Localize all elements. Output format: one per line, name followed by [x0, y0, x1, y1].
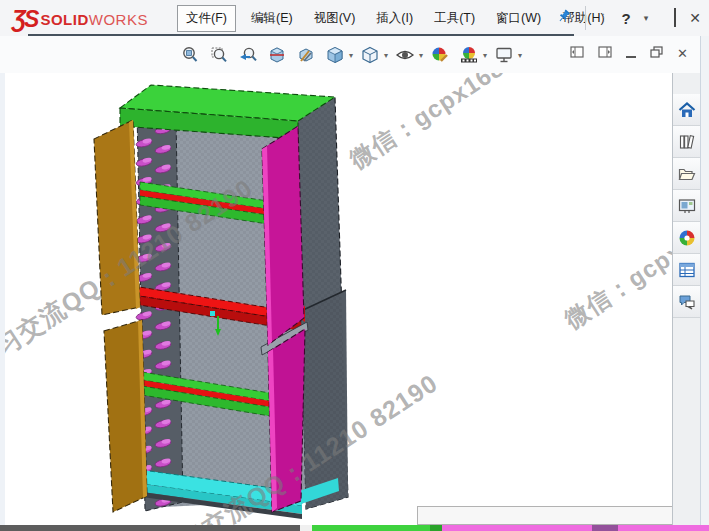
hide-show-items-icon[interactable]: [393, 42, 417, 68]
view-orientation-caret-icon[interactable]: ▾: [349, 51, 353, 60]
apply-scene-icon[interactable]: [457, 42, 481, 68]
model-viewport[interactable]: 微信：gcpx168 学习交流QQ：11210 82190 微信：gcpx168…: [5, 73, 672, 525]
pane-right-icon[interactable]: [598, 44, 612, 62]
bottom-window-sliver: [0, 525, 709, 531]
menu-window[interactable]: 窗口(W): [490, 6, 547, 31]
solidworks-window: ƷS SOLIDWORKS 文件(F) 编辑(E) 视图(V) 插入(I) 工具…: [0, 0, 709, 531]
view-settings-caret-icon[interactable]: ▾: [518, 51, 522, 60]
pane-left-icon[interactable]: [570, 44, 584, 62]
ds-logo-icon: ƷS: [12, 6, 37, 33]
menu-file[interactable]: 文件(F): [177, 5, 236, 32]
solidworks-forum-icon[interactable]: [673, 286, 700, 318]
door-left-brown-lower[interactable]: [104, 320, 147, 512]
restore-doc-icon[interactable]: [650, 44, 663, 62]
door-right-magenta-upper[interactable]: [262, 126, 304, 345]
minimize-doc-icon[interactable]: [626, 49, 636, 58]
help-caret-icon[interactable]: ▾: [644, 13, 649, 23]
horizontal-scrollbar[interactable]: [417, 506, 672, 525]
custom-properties-icon[interactable]: [673, 254, 700, 286]
pin-menu-icon[interactable]: [556, 8, 572, 28]
menu-insert[interactable]: 插入(I): [370, 6, 419, 31]
solidworks-logo: ƷS SOLIDWORKS: [12, 6, 148, 33]
view-orientation-icon[interactable]: [323, 42, 347, 68]
logo-text-works: WORKS: [89, 11, 148, 28]
logo-text-solid: SOLID: [40, 11, 88, 28]
section-view-icon[interactable]: [265, 42, 289, 68]
close-doc-icon[interactable]: ✕: [677, 47, 688, 60]
hide-show-caret-icon[interactable]: ▾: [419, 51, 423, 60]
zoom-to-area-icon[interactable]: [207, 42, 231, 68]
view-settings-icon[interactable]: [492, 42, 516, 68]
design-library-icon[interactable]: [673, 126, 700, 158]
zoom-to-fit-icon[interactable]: [178, 42, 202, 68]
door-left-brown-upper[interactable]: [94, 120, 140, 315]
title-bar: ƷS SOLIDWORKS 文件(F) 编辑(E) 视图(V) 插入(I) 工具…: [0, 0, 709, 36]
annotation-views-icon[interactable]: [294, 42, 318, 68]
file-explorer-icon[interactable]: [673, 158, 700, 190]
display-style-caret-icon[interactable]: ▾: [384, 51, 388, 60]
previous-view-icon[interactable]: [236, 42, 260, 68]
apply-scene-caret-icon[interactable]: ▾: [483, 51, 487, 60]
view-palette-icon[interactable]: [673, 190, 700, 222]
window-left-frame: [0, 73, 5, 525]
view-toolbar: ▾ ▾ ▾ ▾ ▾: [0, 36, 709, 74]
solidworks-resources-home-icon[interactable]: [673, 94, 700, 126]
window-right-frame: [700, 36, 709, 525]
maximize-button[interactable]: [674, 9, 676, 27]
menu-edit[interactable]: 编辑(E): [245, 6, 299, 31]
menu-view[interactable]: 视图(V): [308, 6, 362, 31]
help-icon[interactable]: ?: [622, 11, 631, 26]
cabinet-right-side-panel[interactable]: [297, 97, 348, 509]
titlebar-separator: [585, 6, 586, 30]
edit-appearance-icon[interactable]: [428, 42, 452, 68]
overflow-icon[interactable]: ⋮: [599, 13, 609, 23]
appearances-scenes-icon[interactable]: [673, 222, 700, 254]
menu-bar: 文件(F) 编辑(E) 视图(V) 插入(I) 工具(T) 窗口(W) 帮助(H…: [177, 5, 611, 32]
display-style-icon[interactable]: [358, 42, 382, 68]
task-pane: [672, 73, 701, 525]
close-button[interactable]: ✕: [689, 11, 701, 25]
door-right-magenta-lower[interactable]: [268, 329, 305, 512]
menu-tools[interactable]: 工具(T): [428, 6, 481, 31]
